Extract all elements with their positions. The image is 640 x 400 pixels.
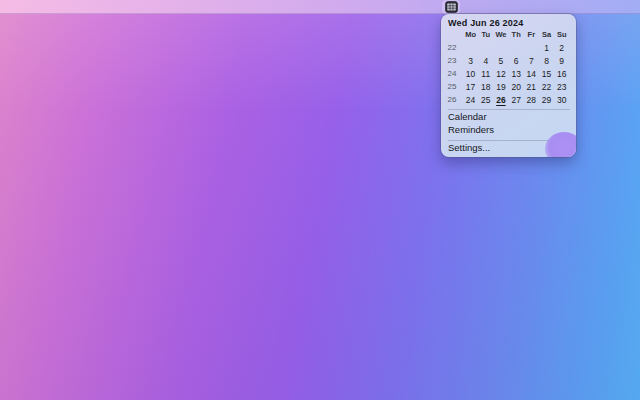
day-cell[interactable]: 12: [493, 67, 508, 80]
day-cell[interactable]: 8: [539, 54, 554, 67]
day-header-fr: Fr: [524, 28, 539, 41]
day-cell[interactable]: 6: [509, 54, 524, 67]
clock-menubar-button[interactable]: [442, 0, 460, 14]
day-cell[interactable]: [478, 41, 493, 54]
day-cell[interactable]: [493, 41, 508, 54]
day-cell[interactable]: [463, 41, 478, 54]
day-header-su: Su: [554, 28, 569, 41]
week-number: 23: [441, 54, 463, 67]
date-heading: Wed Jun 26 2024: [441, 18, 576, 28]
calendar-grid: Mo Tu We Th Fr Sa Su 22 1 2 23 3 4 5 6 7…: [441, 28, 576, 106]
desktop-wallpaper: Wed Jun 26 2024 Mo Tu We Th Fr Sa Su 22 …: [0, 0, 640, 400]
day-cell[interactable]: 5: [493, 54, 508, 67]
day-cell[interactable]: 3: [463, 54, 478, 67]
day-cell[interactable]: 19: [493, 80, 508, 93]
menu-bar: [0, 0, 640, 14]
week-col-header: [441, 28, 463, 41]
day-cell[interactable]: 25: [478, 93, 493, 106]
day-cell[interactable]: 1: [539, 41, 554, 54]
calendar-icon: [445, 1, 458, 13]
day-cell[interactable]: 23: [554, 80, 569, 93]
day-cell[interactable]: 21: [524, 80, 539, 93]
day-cell[interactable]: 20: [509, 80, 524, 93]
day-cell[interactable]: 22: [539, 80, 554, 93]
day-header-tu: Tu: [478, 28, 493, 41]
day-cell[interactable]: 17: [463, 80, 478, 93]
day-cell[interactable]: 16: [554, 67, 569, 80]
day-cell[interactable]: 10: [463, 67, 478, 80]
day-cell[interactable]: 11: [478, 67, 493, 80]
week-number: 26: [441, 93, 463, 106]
day-header-sa: Sa: [539, 28, 554, 41]
day-cell[interactable]: 18: [478, 80, 493, 93]
day-cell[interactable]: 13: [509, 67, 524, 80]
day-cell[interactable]: 27: [509, 93, 524, 106]
calendar-popover: Wed Jun 26 2024 Mo Tu We Th Fr Sa Su 22 …: [441, 14, 576, 157]
day-cell[interactable]: 14: [524, 67, 539, 80]
day-cell[interactable]: 9: [554, 54, 569, 67]
week-number: 25: [441, 80, 463, 93]
day-cell[interactable]: 2: [554, 41, 569, 54]
day-cell[interactable]: 7: [524, 54, 539, 67]
week-number: 24: [441, 67, 463, 80]
day-header-mo: Mo: [463, 28, 478, 41]
day-cell[interactable]: [509, 41, 524, 54]
day-cell[interactable]: 4: [478, 54, 493, 67]
day-cell[interactable]: 28: [524, 93, 539, 106]
day-header-th: Th: [509, 28, 524, 41]
week-number: 22: [441, 41, 463, 54]
day-header-we: We: [493, 28, 508, 41]
day-cell[interactable]: 24: [463, 93, 478, 106]
day-cell[interactable]: [524, 41, 539, 54]
day-cell[interactable]: 30: [554, 93, 569, 106]
day-cell[interactable]: 15: [539, 67, 554, 80]
menu-item-calendar[interactable]: Calendar: [441, 110, 576, 123]
day-cell-today[interactable]: 26: [493, 93, 508, 106]
day-cell[interactable]: 29: [539, 93, 554, 106]
